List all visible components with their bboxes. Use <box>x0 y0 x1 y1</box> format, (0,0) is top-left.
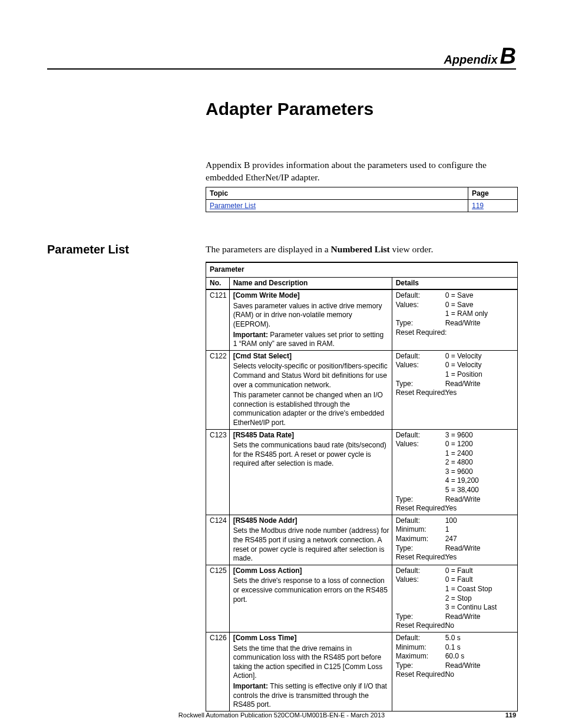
detail-value: 2 = 4800 <box>445 458 515 467</box>
param-row: C122[Cmd Stat Select]Selects velocity-sp… <box>206 350 518 429</box>
param-no: C121 <box>206 289 230 350</box>
detail-value: 0 = Fault <box>445 575 515 585</box>
param-no: C125 <box>206 565 230 632</box>
param-details: Default:100Minimum:1Maximum:247Type:Read… <box>392 515 517 565</box>
detail-value: Read/Write <box>445 380 515 389</box>
detail-key <box>396 486 445 495</box>
detail-key: Type: <box>396 319 445 328</box>
param-desc: This parameter cannot be changed when an… <box>233 391 389 427</box>
detail-key: Default: <box>396 291 445 301</box>
param-no: C124 <box>206 515 230 565</box>
param-name: [Comm Loss Time] <box>233 634 297 642</box>
detail-value: Read/Write <box>445 495 515 505</box>
detail-key <box>396 370 445 380</box>
section-intro: The parameters are displayed in a Number… <box>206 244 518 255</box>
detail-key: Type: <box>396 544 445 554</box>
detail-key: Values: <box>396 361 445 370</box>
detail-value: 0 = Fault <box>445 566 515 576</box>
detail-value: 1 = Coast Stop <box>445 585 515 594</box>
detail-value: Read/Write <box>445 544 515 554</box>
detail-value: 0 = Velocity <box>445 361 515 370</box>
param-desc: Sets the communications baud rate (bits/… <box>233 441 389 469</box>
parameter-table-wrap: Parameter No. Name and Description Detai… <box>206 262 518 711</box>
detail-value: Read/Write <box>445 319 515 328</box>
param-desc: Sets the drive's response to a loss of c… <box>233 577 389 604</box>
col-header-details: Details <box>392 277 517 289</box>
detail-key: Reset Required: <box>396 670 445 680</box>
detail-key <box>396 467 445 477</box>
topic-link[interactable]: Parameter List <box>210 202 256 210</box>
detail-key <box>396 594 445 604</box>
section-heading: Parameter List <box>47 243 129 256</box>
detail-key <box>396 458 445 467</box>
param-row: C125[Comm Loss Action]Sets the drive's r… <box>206 565 518 632</box>
param-name: [Comm Write Mode] <box>233 291 300 299</box>
param-desc: Sets the time that the drive remains in … <box>233 644 389 681</box>
detail-value: 60.0 s <box>445 652 515 661</box>
detail-key <box>396 309 445 319</box>
page-header: Page <box>468 187 518 200</box>
param-name-cell: [Cmd Stat Select]Selects velocity-specif… <box>229 350 392 429</box>
param-name: [Comm Loss Action] <box>233 566 302 575</box>
detail-key: Default: <box>396 516 445 526</box>
detail-key: Values: <box>396 301 445 310</box>
param-name-cell: [Comm Loss Time]Sets the time that the d… <box>229 632 392 711</box>
detail-key: Default: <box>396 431 445 440</box>
detail-key <box>396 449 445 459</box>
detail-value: 4 = 19,200 <box>445 476 515 486</box>
detail-value: 0 = Velocity <box>445 352 515 361</box>
detail-key <box>396 585 445 594</box>
param-details: Default:5.0 sMinimum:0.1 sMaximum:60.0 s… <box>392 632 517 711</box>
param-details: Default:0 = SaveValues:0 = Save1 = RAM o… <box>392 289 517 350</box>
param-group-header: Parameter <box>206 262 518 277</box>
param-desc: Sets the Modbus drive node number (addre… <box>233 526 389 563</box>
detail-value: 0 = Save <box>445 291 515 301</box>
detail-value: Yes <box>445 553 515 562</box>
detail-value: 0.1 s <box>445 643 515 653</box>
detail-value: 247 <box>445 535 515 544</box>
topic-row: Parameter List 119 <box>206 200 518 212</box>
detail-key: Maximum: <box>396 652 445 661</box>
detail-value: 1 = Position <box>445 370 515 380</box>
param-row: C124[RS485 Node Addr]Sets the Modbus dri… <box>206 515 518 565</box>
chapter-title: Adapter Parameters <box>206 99 373 119</box>
detail-key: Reset Required: <box>396 328 445 338</box>
detail-value: 3 = 9600 <box>445 431 515 440</box>
detail-key: Type: <box>396 612 445 622</box>
detail-key: Type: <box>396 380 445 389</box>
detail-value: 100 <box>445 516 515 526</box>
footer-page-number: 119 <box>505 711 516 719</box>
appendix-letter: B <box>500 44 516 68</box>
param-no: C122 <box>206 350 230 429</box>
appendix-header: AppendixB <box>444 44 516 69</box>
detail-key: Reset Required: <box>396 621 445 631</box>
param-row: C123[RS485 Data Rate]Sets the communicat… <box>206 429 518 515</box>
param-name: [RS485 Data Rate] <box>233 431 294 439</box>
detail-key: Default: <box>396 634 445 643</box>
param-name-cell: [Comm Write Mode]Saves parameter values … <box>229 289 392 350</box>
param-important: Important: This setting is effective onl… <box>233 682 389 710</box>
detail-value: No <box>445 670 515 680</box>
col-header-no: No. <box>206 277 230 289</box>
detail-key: Reset Required: <box>396 388 445 398</box>
detail-key: Values: <box>396 440 445 449</box>
detail-key: Reset Required: <box>396 504 445 513</box>
param-details: Default:0 = FaultValues:0 = Fault1 = Coa… <box>392 565 517 632</box>
param-no: C126 <box>206 632 230 711</box>
detail-key: Reset Required: <box>396 553 445 562</box>
detail-key <box>396 476 445 486</box>
param-details: Default:3 = 9600Values:0 = 12001 = 24002… <box>392 429 517 515</box>
footer-publication: Rockwell Automation Publication 520COM-U… <box>178 711 385 719</box>
detail-value: 1 = RAM only <box>445 309 515 319</box>
param-row: C126[Comm Loss Time]Sets the time that t… <box>206 632 518 711</box>
detail-value: 1 <box>445 525 515 535</box>
detail-value: 3 = 9600 <box>445 467 515 477</box>
detail-key: Type: <box>396 495 445 505</box>
topic-page-link[interactable]: 119 <box>472 202 484 210</box>
parameter-table: Parameter No. Name and Description Detai… <box>206 262 518 711</box>
detail-key: Values: <box>396 575 445 585</box>
detail-key: Minimum: <box>396 525 445 535</box>
topic-header: Topic <box>206 187 468 200</box>
detail-value: Read/Write <box>445 661 515 671</box>
param-name: [Cmd Stat Select] <box>233 352 292 360</box>
